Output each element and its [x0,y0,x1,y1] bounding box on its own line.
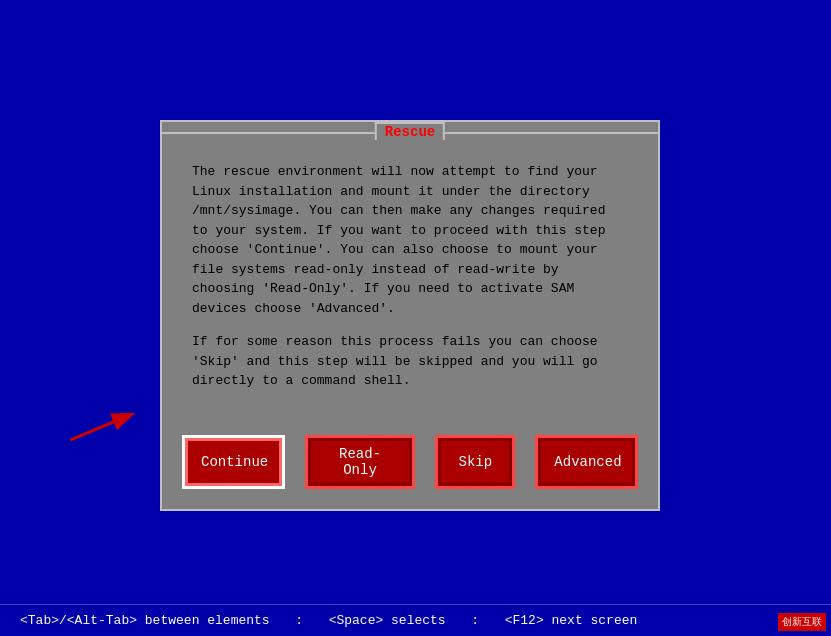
watermark: 创新互联 [778,613,826,631]
svg-line-1 [70,415,130,440]
dialog: Rescue The rescue environment will now a… [160,120,660,511]
advanced-button[interactable]: Advanced [535,435,638,489]
readonly-button[interactable]: Read-Only [305,435,416,489]
dialog-buttons: Continue Read-Only Skip Advanced [162,425,658,509]
bottom-bar-sep1: : [280,613,319,628]
bottom-bar-text3: <F12> next screen [505,613,638,628]
continue-button[interactable]: Continue [182,435,285,489]
title-container: Rescue [162,122,658,134]
dialog-content: The rescue environment will now attempt … [162,142,658,425]
screen: Rescue The rescue environment will now a… [0,0,831,636]
dialog-paragraph-1: The rescue environment will now attempt … [192,162,628,318]
bottom-bar: <Tab>/<Alt-Tab> between elements : <Spac… [0,604,831,636]
dialog-paragraph-2: If for some reason this process fails yo… [192,332,628,391]
bottom-bar-sep2: : [456,613,495,628]
skip-button[interactable]: Skip [435,435,515,489]
bottom-bar-text2: <Space> selects [329,613,446,628]
arrow-icon [70,405,150,445]
dialog-title: Rescue [375,122,445,140]
bottom-bar-text1: <Tab>/<Alt-Tab> between elements [20,613,270,628]
